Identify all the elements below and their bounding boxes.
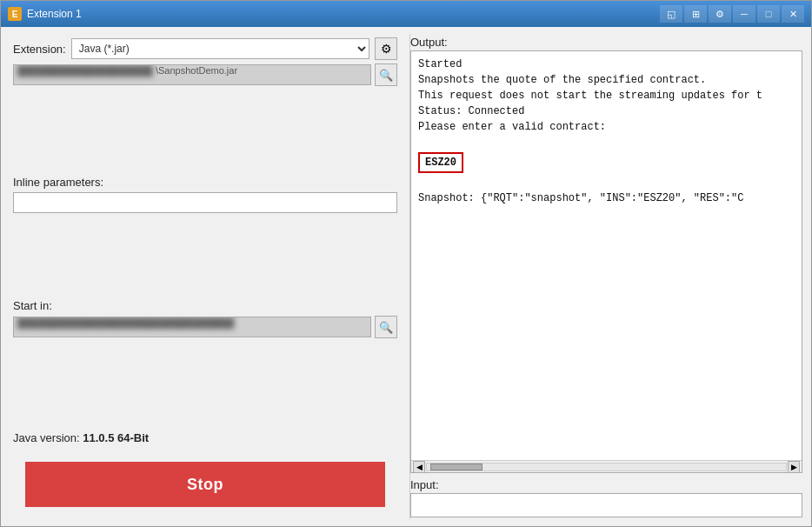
output-line-status: Status: Connected [418, 103, 795, 119]
extension-type-select[interactable]: Java (*.jar) [71, 38, 369, 59]
titlebar-extra3-button[interactable]: ⚙ [709, 5, 731, 23]
input-label: Input: [410, 478, 802, 491]
output-label: Output: [410, 36, 802, 49]
titlebar-extra2-button[interactable]: ⊞ [684, 5, 707, 23]
output-section: Output: Started Snapshots the quote of t… [410, 36, 802, 473]
start-in-row: ████████████████████████████████ 🔍 [13, 316, 397, 338]
extension-label: Extension: [13, 43, 66, 56]
start-in-label: Start in: [13, 299, 397, 312]
file-path-row: ████████████████████ \SanpshotDemo.jar 🔍 [13, 63, 397, 86]
output-line-snapshot: Snapshot: {"RQT":"snapshot", "INS":"ESZ2… [418, 190, 795, 206]
gear-button[interactable]: ⚙ [375, 37, 397, 60]
stop-button[interactable]: Stop [25, 462, 385, 507]
output-scrollbar[interactable]: ◀ ▶ [411, 460, 802, 472]
output-line-request: This request does not start the streamin… [418, 88, 795, 103]
window-title: Extension 1 [27, 8, 82, 20]
titlebar-controls: ◱ ⊞ ⚙ ─ □ ✕ [660, 5, 804, 23]
input-field[interactable] [410, 493, 802, 517]
output-line-enter: Please enter a valid contract: [418, 119, 795, 135]
titlebar-minimize-button[interactable]: ─ [733, 5, 755, 23]
output-line-started: Started [418, 57, 795, 72]
java-version: Java version: 11.0.5 64-Bit [13, 431, 397, 444]
output-line-blank [418, 135, 795, 150]
start-in-section: Start in: ██████████████████████████████… [13, 299, 397, 338]
browse-icon: 🔍 [379, 69, 393, 82]
output-box[interactable]: Started Snapshots the quote of the speci… [410, 50, 802, 473]
inline-params-input[interactable] [13, 192, 397, 213]
left-panel: Extension: Java (*.jar) ⚙ ██████████████… [1, 27, 409, 526]
file-path-jar: \SanpshotDemo.jar [156, 65, 237, 76]
file-browse-button[interactable]: 🔍 [375, 63, 397, 86]
file-path-blurred: ████████████████████ [17, 65, 153, 76]
start-in-browse-button[interactable]: 🔍 [375, 316, 397, 338]
java-version-value: 11.0.5 64-Bit [83, 431, 149, 444]
scroll-track[interactable] [426, 463, 787, 471]
main-window: E Extension 1 ◱ ⊞ ⚙ ─ □ ✕ Extension: Jav… [0, 0, 812, 527]
scroll-left-arrow[interactable]: ◀ [413, 461, 425, 473]
extension-row: Extension: Java (*.jar) ⚙ [13, 37, 397, 60]
start-in-browse-icon: 🔍 [379, 321, 393, 334]
gear-icon: ⚙ [381, 42, 392, 56]
left-main: Extension: Java (*.jar) ⚙ ██████████████… [13, 37, 397, 444]
main-content: Extension: Java (*.jar) ⚙ ██████████████… [1, 27, 811, 526]
output-line-esz20: ESZ20 [418, 150, 795, 175]
start-in-display: ████████████████████████████████ [13, 317, 371, 337]
stop-area: Stop [13, 453, 397, 516]
titlebar-close-button[interactable]: ✕ [782, 5, 804, 23]
scroll-thumb[interactable] [430, 464, 483, 470]
scroll-right-arrow[interactable]: ▶ [788, 461, 800, 473]
right-panel: Output: Started Snapshots the quote of t… [410, 27, 811, 526]
output-line-blank2 [418, 175, 795, 190]
file-path-display: ████████████████████ \SanpshotDemo.jar [13, 64, 371, 85]
input-section: Input: [410, 478, 802, 517]
output-text-area: Started Snapshots the quote of the speci… [411, 51, 802, 460]
inline-params-label: Inline parameters: [13, 176, 397, 189]
inline-params-section: Inline parameters: [13, 176, 397, 213]
esz20-highlight: ESZ20 [418, 152, 463, 173]
titlebar-restore-button[interactable]: □ [757, 5, 780, 23]
titlebar-extra1-button[interactable]: ◱ [660, 5, 682, 23]
java-version-label: Java version: [13, 431, 80, 444]
titlebar: E Extension 1 ◱ ⊞ ⚙ ─ □ ✕ [1, 1, 811, 27]
start-in-blurred: ████████████████████████████████ [17, 317, 234, 328]
app-icon: E [8, 7, 22, 21]
titlebar-left: E Extension 1 [8, 7, 82, 21]
output-line-snapshots: Snapshots the quote of the specified con… [418, 72, 795, 88]
